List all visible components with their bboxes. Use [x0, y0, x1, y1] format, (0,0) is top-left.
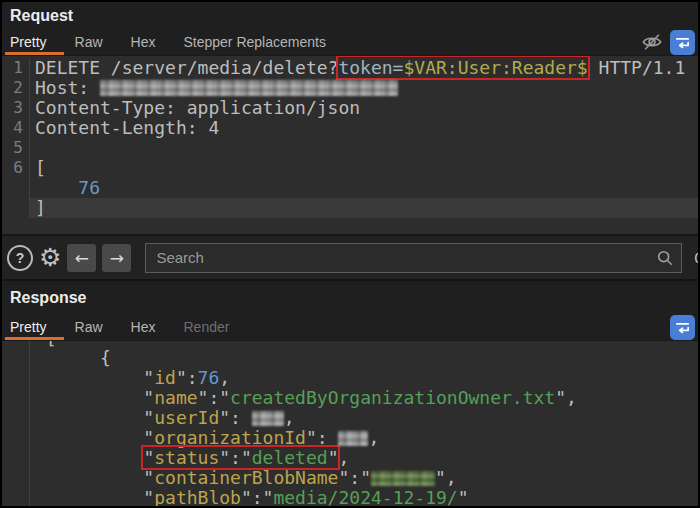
line-number: 5 — [2, 138, 30, 158]
line-number — [2, 178, 30, 198]
request-editor[interactable]: 1DELETE /server/media/delete?token=$VAR:… — [2, 56, 698, 234]
code-line[interactable]: 4Content-Length: 4 — [2, 118, 698, 138]
line-number — [2, 488, 30, 508]
code-text: media/2024-12-19/ — [273, 487, 457, 508]
tab-pretty[interactable]: Pretty — [10, 29, 47, 55]
code-text: HTTP/1.1 — [588, 57, 686, 78]
tab-render[interactable]: Render — [184, 314, 230, 340]
code-text: ": — [219, 407, 252, 428]
request-tabs: PrettyRawHexStepper Replacements — [2, 29, 326, 55]
code-text: " — [35, 407, 154, 428]
code-content: "containerBlobName":"", — [30, 468, 698, 488]
tab-stepper-replacements[interactable]: Stepper Replacements — [184, 29, 326, 55]
response-editor[interactable]: [ { "id":76, "name":"createdByOrganizati… — [2, 341, 698, 508]
tab-pretty[interactable]: Pretty — [10, 314, 47, 340]
gear-icon[interactable]: ⚙ — [39, 247, 61, 269]
line-number — [2, 408, 30, 428]
line-number — [2, 198, 30, 218]
search-match-count: 0 m — [694, 249, 700, 266]
newline-settings-icon[interactable] — [670, 315, 695, 340]
redacted-text — [371, 471, 435, 486]
code-text: userId — [154, 407, 219, 428]
code-text: ", — [435, 467, 457, 488]
highlight-box: "status":"deleted" — [143, 447, 338, 468]
code-text: " — [35, 467, 154, 488]
code-content: { — [30, 348, 698, 368]
code-content: Content-Length: 4 — [30, 118, 698, 138]
code-text: Content-Length: 4 — [35, 117, 219, 138]
code-text: [ — [35, 157, 46, 178]
code-text: " — [35, 427, 154, 448]
code-line[interactable]: "organizationId": , — [2, 428, 698, 448]
line-number — [2, 468, 30, 488]
newline-settings-icon[interactable] — [670, 30, 695, 55]
previous-match-button[interactable]: ← — [67, 244, 96, 272]
code-line[interactable]: "id":76, — [2, 368, 698, 388]
code-text: containerBlobName — [154, 467, 338, 488]
code-line[interactable]: 76 — [2, 178, 698, 198]
search-icon — [656, 249, 674, 267]
code-text: organizationId — [154, 427, 306, 448]
code-content: DELETE /server/media/delete?token=$VAR:U… — [30, 58, 698, 78]
code-text: ":" — [338, 467, 371, 488]
hide-items-icon[interactable] — [641, 32, 663, 52]
code-text: deleted — [252, 447, 328, 468]
search-toolbar: ? ⚙ ← → 0 m — [2, 234, 698, 281]
next-match-button[interactable]: → — [102, 244, 131, 272]
request-panel-title: Request — [2, 2, 698, 29]
help-icon[interactable]: ? — [7, 245, 33, 271]
code-text: ": — [176, 367, 198, 388]
code-text: , — [219, 367, 230, 388]
code-text: " — [143, 447, 154, 468]
tab-hex[interactable]: Hex — [131, 29, 156, 55]
code-line[interactable]: 6[ — [2, 158, 698, 178]
code-line[interactable]: 5 — [2, 138, 698, 158]
response-tabbar: PrettyRawHexRender — [2, 314, 698, 341]
line-number — [2, 448, 30, 468]
redacted-text — [100, 80, 398, 96]
code-content: "id":76, — [30, 368, 698, 388]
line-number — [2, 348, 30, 368]
search-input[interactable] — [145, 243, 682, 273]
code-content: "organizationId": , — [30, 428, 698, 448]
code-line[interactable]: "status":"deleted", — [2, 448, 698, 468]
redacted-text — [252, 411, 284, 426]
code-line[interactable]: ] — [2, 198, 698, 218]
code-text: status — [154, 447, 219, 468]
code-line[interactable]: 1DELETE /server/media/delete?token=$VAR:… — [2, 58, 698, 78]
line-number: 3 — [2, 98, 30, 118]
line-number — [2, 428, 30, 448]
redacted-text — [338, 431, 368, 446]
code-line[interactable]: "pathBlob":"media/2024-12-19/" — [2, 488, 698, 508]
code-line[interactable]: "userId": , — [2, 408, 698, 428]
code-text: 76 — [198, 367, 220, 388]
code-line[interactable]: 3Content-Type: application/json — [2, 98, 698, 118]
code-text: , — [284, 407, 295, 428]
code-content: "name":"createdByOrganizationOwner.txt", — [30, 388, 698, 408]
code-text: , — [368, 427, 379, 448]
line-number — [2, 368, 30, 388]
code-line[interactable]: "containerBlobName":"", — [2, 468, 698, 488]
code-line[interactable]: { — [2, 348, 698, 368]
code-text: ":" — [241, 487, 274, 508]
code-line[interactable]: "name":"createdByOrganizationOwner.txt", — [2, 388, 698, 408]
response-tabs: PrettyRawHexRender — [2, 314, 229, 340]
code-content: ] — [30, 198, 698, 218]
code-text — [35, 447, 143, 468]
tab-raw[interactable]: Raw — [75, 29, 103, 55]
code-text: ", — [555, 387, 577, 408]
code-line[interactable]: 2Host: — [2, 78, 698, 98]
tab-raw[interactable]: Raw — [75, 314, 103, 340]
code-content: "status":"deleted", — [30, 448, 698, 468]
code-text: { — [35, 347, 111, 368]
code-text: ":" — [219, 447, 252, 468]
tab-hex[interactable]: Hex — [131, 314, 156, 340]
code-text: DELETE /server/media/delete? — [35, 57, 338, 78]
search-box — [145, 243, 682, 273]
code-text: id — [154, 367, 176, 388]
code-content: "userId": , — [30, 408, 698, 428]
code-content: [ — [30, 158, 698, 178]
code-content: Host: — [30, 78, 698, 98]
code-text: " — [328, 447, 339, 468]
code-text: ":" — [198, 387, 231, 408]
